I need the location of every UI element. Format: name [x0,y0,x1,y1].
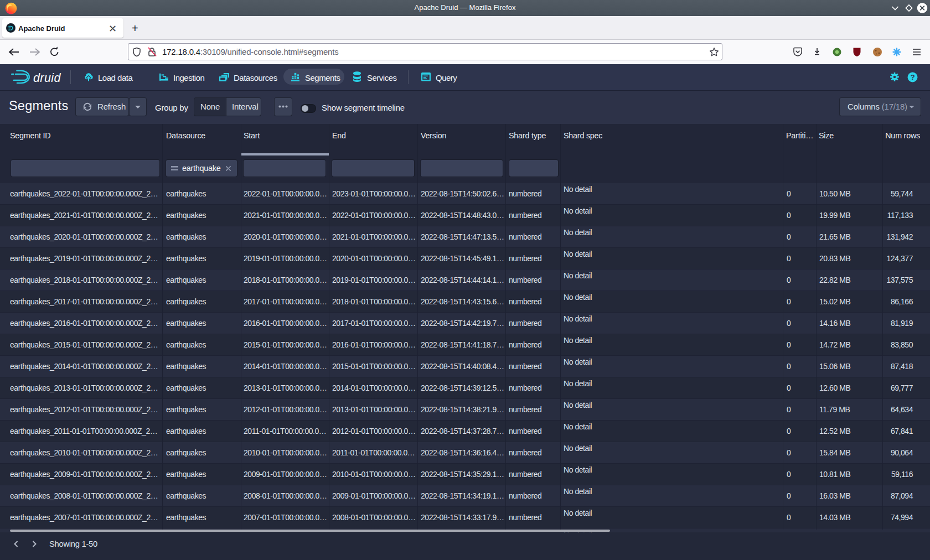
svg-text:?: ? [910,73,914,81]
